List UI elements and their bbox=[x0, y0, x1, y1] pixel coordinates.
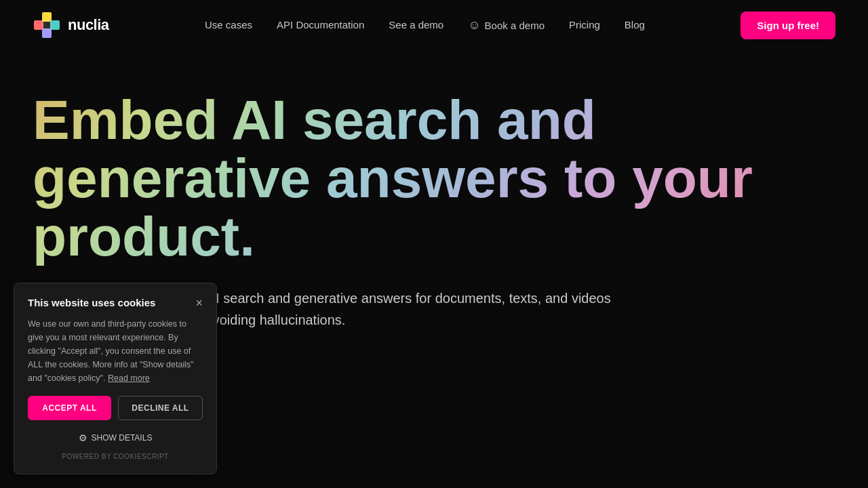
nav-item-use-cases[interactable]: Use cases bbox=[205, 19, 252, 31]
cookie-close-button[interactable]: × bbox=[195, 297, 203, 309]
nav-item-see-demo[interactable]: See a demo bbox=[389, 19, 443, 31]
nav-link-pricing[interactable]: Pricing bbox=[569, 19, 600, 30]
svg-rect-4 bbox=[42, 20, 52, 30]
cookie-title: This website uses cookies bbox=[28, 297, 155, 308]
hero-title: Embed AI search and generative answers t… bbox=[33, 91, 778, 266]
cookie-body: We use our own and third-party cookies t… bbox=[28, 317, 203, 385]
read-more-link[interactable]: Read more bbox=[108, 373, 150, 383]
smiley-icon: ☺ bbox=[468, 18, 480, 33]
nav-link-api[interactable]: API Documentation bbox=[277, 19, 364, 30]
nav-link-book-demo[interactable]: ☺ Book a demo bbox=[468, 18, 545, 33]
cookie-actions: ACCEPT ALL DECLINE ALL bbox=[28, 396, 203, 420]
svg-rect-3 bbox=[42, 28, 52, 38]
nav-item-blog[interactable]: Blog bbox=[625, 19, 645, 31]
logo-text: nuclia bbox=[68, 16, 109, 34]
nav-link-use-cases[interactable]: Use cases bbox=[205, 19, 252, 30]
svg-rect-0 bbox=[34, 20, 43, 30]
cookie-banner: This website uses cookies × We use our o… bbox=[14, 283, 217, 474]
accept-all-button[interactable]: ACCEPT ALL bbox=[28, 396, 111, 420]
logo-icon bbox=[33, 11, 61, 39]
nav-links: Use cases API Documentation See a demo ☺… bbox=[205, 18, 645, 33]
signup-button[interactable]: Sign up free! bbox=[741, 12, 835, 39]
logo[interactable]: nuclia bbox=[33, 11, 109, 39]
nav-item-pricing[interactable]: Pricing bbox=[569, 19, 600, 31]
svg-rect-1 bbox=[42, 12, 52, 22]
nav-link-blog[interactable]: Blog bbox=[625, 19, 645, 30]
nav-item-api[interactable]: API Documentation bbox=[277, 19, 364, 31]
decline-all-button[interactable]: DECLINE ALL bbox=[118, 396, 203, 420]
powered-by-label: POWERED BY COOKIESCRIPT bbox=[28, 453, 203, 460]
cookie-header: This website uses cookies × bbox=[28, 297, 203, 309]
show-details-button[interactable]: ⚙ SHOW DETAILS bbox=[28, 430, 203, 446]
nav-item-book-demo[interactable]: ☺ Book a demo bbox=[468, 18, 545, 33]
gear-icon: ⚙ bbox=[79, 432, 87, 443]
main-nav: nuclia Use cases API Documentation See a… bbox=[0, 0, 868, 50]
nav-link-see-demo[interactable]: See a demo bbox=[389, 19, 443, 30]
svg-rect-2 bbox=[50, 20, 60, 30]
